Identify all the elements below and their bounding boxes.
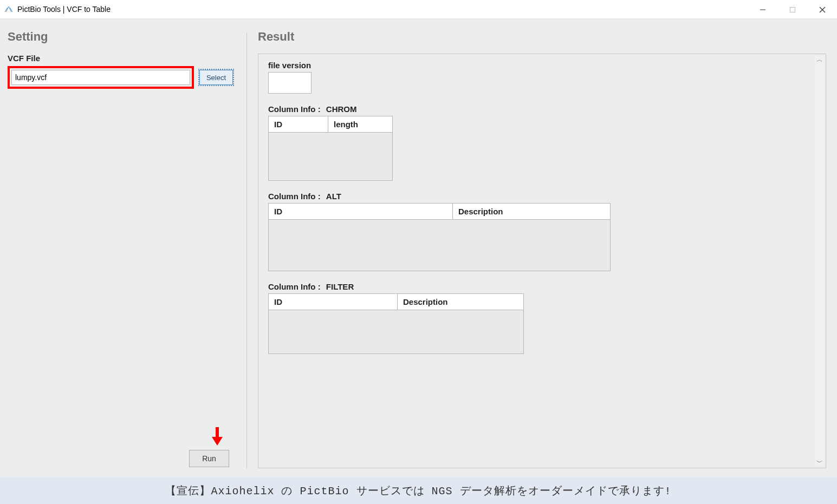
- vcf-input-highlight: [8, 66, 194, 89]
- select-button[interactable]: Select: [199, 70, 233, 85]
- svg-marker-5: [212, 437, 223, 446]
- column-info-chrom-label: Column Info : CHROM: [268, 104, 816, 114]
- filter-table: ID Description: [268, 293, 524, 354]
- minimize-button[interactable]: [748, 0, 777, 19]
- close-button[interactable]: [807, 0, 837, 19]
- app-body: Setting VCF File Select Run Result file …: [0, 19, 837, 477]
- setting-title: Setting: [8, 30, 239, 44]
- result-panel: Result file version Column Info : CHROM …: [247, 19, 837, 477]
- filter-table-body: [269, 310, 523, 354]
- chrom-table: ID length: [268, 116, 393, 181]
- filter-header-description: Description: [398, 294, 523, 310]
- chrom-table-body: [269, 133, 392, 180]
- run-button[interactable]: Run: [189, 450, 229, 467]
- chrom-header-id: ID: [269, 116, 328, 132]
- maximize-button[interactable]: [777, 0, 807, 19]
- column-info-filter-label: Column Info : FILTER: [268, 282, 816, 291]
- footer-text: 【宣伝】Axiohelix の PictBio サービスでは NGS データ解析…: [165, 483, 671, 498]
- chrom-header-length: length: [328, 116, 392, 132]
- filter-header-id: ID: [269, 294, 398, 310]
- setting-panel: Setting VCF File Select Run: [0, 19, 246, 477]
- alt-table: ID Description: [268, 203, 611, 271]
- result-title: Result: [258, 30, 826, 44]
- column-info-alt-label: Column Info : ALT: [268, 192, 816, 201]
- scroll-down-icon[interactable]: ﹀: [816, 458, 823, 467]
- file-version-box: [268, 72, 312, 94]
- vcf-file-input[interactable]: [11, 70, 190, 85]
- alt-header-id: ID: [269, 204, 453, 219]
- alt-table-body: [269, 220, 610, 271]
- scroll-up-icon[interactable]: ︿: [816, 55, 823, 64]
- window-title: PictBio Tools | VCF to Table: [17, 5, 111, 14]
- result-scrollbar[interactable]: ︿ ﹀: [815, 55, 825, 467]
- titlebar: PictBio Tools | VCF to Table: [0, 0, 837, 19]
- vcf-file-label: VCF File: [8, 54, 239, 63]
- svg-rect-1: [790, 7, 795, 12]
- footer-bar: 【宣伝】Axiohelix の PictBio サービスでは NGS データ解析…: [0, 477, 837, 504]
- file-version-label: file version: [268, 61, 816, 70]
- svg-rect-4: [216, 427, 219, 438]
- alt-header-description: Description: [453, 204, 610, 219]
- arrow-down-icon: [211, 427, 224, 447]
- window-controls: [748, 0, 837, 19]
- app-icon: [4, 5, 13, 14]
- result-inner: file version Column Info : CHROM ID leng…: [258, 54, 826, 468]
